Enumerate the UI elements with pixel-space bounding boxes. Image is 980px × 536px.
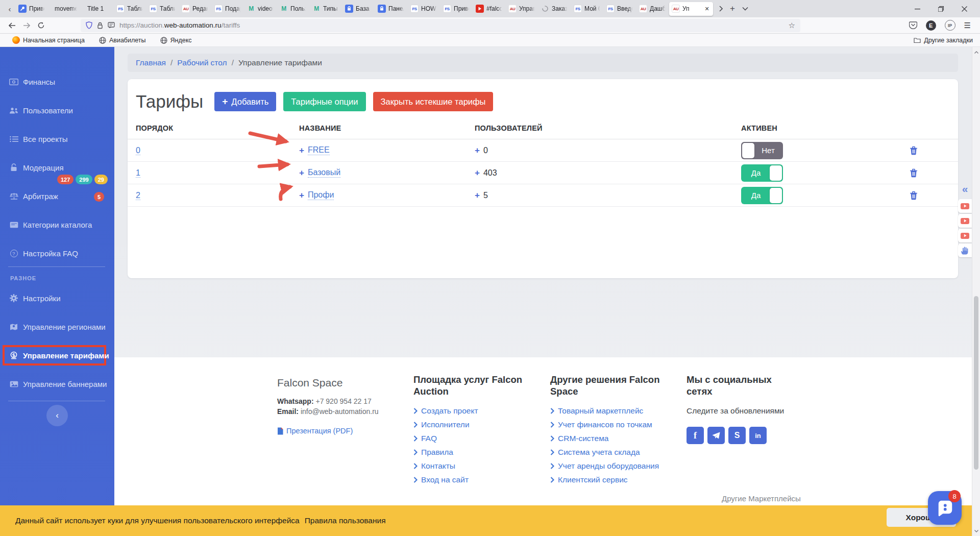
footer-link[interactable]: FAQ (421, 434, 437, 443)
breadcrumb-desktop-link[interactable]: Рабочий стол (177, 58, 227, 67)
lock-icon[interactable] (97, 22, 103, 29)
facebook-icon[interactable]: f (687, 427, 704, 444)
tab-close-icon[interactable]: ✕ (703, 6, 710, 12)
footer-link[interactable]: Товарный маркетплейс (558, 406, 643, 416)
skype-icon[interactable]: S (728, 427, 746, 444)
chat-widget-button[interactable]: 8 (928, 491, 962, 525)
footer-link[interactable]: Создать проект (421, 406, 478, 416)
bookmark-star-icon[interactable]: ☆ (789, 21, 795, 30)
pocket-icon[interactable] (909, 21, 917, 29)
delete-button[interactable] (910, 146, 920, 155)
sidebar-item-settings[interactable]: Настройки (9, 292, 109, 304)
plus-icon[interactable]: + (299, 190, 304, 201)
browser-tab[interactable]: AU Дашб ✕ (636, 2, 668, 16)
browser-tab[interactable]: M videos ✕ (244, 2, 276, 16)
browser-tab[interactable]: FS Введе ✕ (604, 2, 635, 16)
delete-button[interactable] (910, 168, 920, 178)
sidebar-item-banners[interactable]: Управление баннерами (9, 378, 109, 390)
browser-tab[interactable]: Панел ✕ (375, 2, 407, 16)
bookmark-item[interactable]: Начальная страница (12, 36, 85, 44)
presentation-pdf-link[interactable]: Презентация (PDF) (277, 427, 405, 435)
address-bar[interactable]: https://auction.web-automation.ru/tariff… (81, 19, 800, 32)
video-help-button[interactable] (958, 229, 972, 242)
back-icon[interactable] (5, 19, 19, 32)
other-bookmarks[interactable]: Другие закладки (914, 37, 973, 44)
browser-tab[interactable]: #falco ✕ (473, 2, 505, 16)
sidebar-item-users[interactable]: Пользователи (9, 104, 109, 116)
active-toggle[interactable]: Да (741, 187, 783, 204)
tariff-options-button[interactable]: Тарифные опции (283, 92, 365, 111)
footer-link[interactable]: CRM-система (558, 434, 608, 443)
video-help-button[interactable] (958, 214, 972, 228)
sidebar-item-finances[interactable]: Финансы (9, 76, 109, 88)
sidebar-item-faq-settings[interactable]: ? Настройка FAQ (9, 247, 109, 259)
new-tab-icon[interactable]: + (730, 4, 735, 14)
breadcrumb-home-link[interactable]: Главная (136, 58, 166, 67)
plus-icon[interactable]: + (475, 190, 480, 201)
footer-link[interactable]: Правила (421, 448, 453, 457)
add-button[interactable]: +Добавить (214, 92, 276, 111)
hand-tour-button[interactable] (958, 243, 972, 257)
order-link[interactable]: 2 (136, 191, 140, 200)
plus-icon[interactable]: + (475, 168, 480, 178)
badge-arbitrage[interactable]: 5 (94, 192, 104, 202)
cookie-rules-link[interactable]: Правила пользования (305, 516, 386, 525)
forward-icon[interactable] (19, 19, 34, 32)
close-expired-button[interactable]: Закрыть истекшие тарифы (373, 92, 494, 111)
sidebar-item-projects[interactable]: Все проекты (9, 133, 109, 145)
tariff-name-link[interactable]: FREE (308, 145, 330, 155)
footer-link[interactable]: Учет финансов по точкам (558, 420, 652, 429)
browser-tab[interactable]: FS HOWT ✕ (408, 2, 439, 16)
bookmark-item[interactable]: Авиабилеты (99, 36, 146, 44)
browser-tab[interactable]: FS Мой б ✕ (571, 2, 603, 16)
scroll-up-icon[interactable] (972, 48, 980, 56)
browser-tab[interactable]: M Польз ✕ (277, 2, 309, 16)
plus-icon[interactable]: + (299, 168, 304, 178)
tariff-name-link[interactable]: Базовый (308, 168, 340, 178)
footer-link[interactable]: Учет аренды оборудования (558, 461, 659, 471)
browser-tab[interactable]: movemen ✕ (48, 2, 80, 16)
browser-tab[interactable]: Заказ ✕ (538, 2, 570, 16)
badge-yellow[interactable]: 29 (94, 175, 108, 184)
footer-link[interactable]: Система учета склада (558, 448, 640, 457)
active-toggle[interactable]: Нет (741, 142, 783, 159)
browser-tab[interactable]: Приве ✕ (16, 2, 47, 16)
order-link[interactable]: 1 (136, 168, 140, 178)
footer-link[interactable]: Вход на сайт (421, 475, 469, 484)
permissions-icon[interactable] (108, 22, 115, 29)
telegram-icon[interactable] (707, 427, 725, 444)
active-toggle[interactable]: Да (741, 164, 783, 182)
list-tabs-icon[interactable] (742, 7, 748, 11)
footer-link[interactable]: Клиентский сервис (558, 475, 628, 484)
collapse-widgets-icon[interactable]: « (958, 183, 972, 195)
scrollbar-thumb[interactable] (974, 296, 978, 470)
browser-tab[interactable]: M Типы ✕ (310, 2, 341, 16)
delete-button[interactable] (910, 191, 920, 200)
sidebar-item-catalog-categories[interactable]: Категории каталога (9, 218, 109, 231)
shield-icon[interactable] (86, 21, 92, 29)
scroll-down-icon[interactable] (972, 527, 980, 535)
plus-icon[interactable]: + (475, 145, 480, 156)
profile-avatar[interactable]: E (926, 20, 936, 31)
menu-icon[interactable]: ☰ (964, 21, 971, 30)
sidebar-item-tariffs[interactable]: Управление тарифами (9, 349, 109, 361)
video-help-button[interactable] (958, 199, 972, 213)
browser-tab[interactable]: AU Редак ✕ (179, 2, 211, 16)
window-minimize-button[interactable] (905, 0, 929, 17)
bookmark-item[interactable]: Яндекс (160, 36, 192, 44)
tariff-name-link[interactable]: Профи (308, 190, 334, 200)
sidebar-item-moderation[interactable]: Модерация (9, 161, 109, 174)
tab-scroll-left-icon[interactable]: ‹ (4, 5, 15, 13)
browser-tab[interactable]: FS Приве ✕ (440, 2, 472, 16)
linkedin-icon[interactable]: in (749, 427, 767, 444)
plus-icon[interactable]: + (299, 145, 304, 156)
sidebar-item-regions[interactable]: Управление регионами (9, 321, 109, 333)
browser-tab[interactable]: База з ✕ (342, 2, 374, 16)
window-close-button[interactable] (952, 0, 976, 17)
badge-teal[interactable]: 299 (76, 175, 92, 184)
browser-tab[interactable]: Title 1 ✕ (81, 2, 113, 16)
sidebar-collapse-button[interactable]: ‹ (46, 405, 68, 426)
browser-tab[interactable]: FS Табли ✕ (114, 2, 145, 16)
page-scrollbar[interactable] (972, 47, 980, 536)
badge-red[interactable]: 127 (57, 175, 74, 184)
